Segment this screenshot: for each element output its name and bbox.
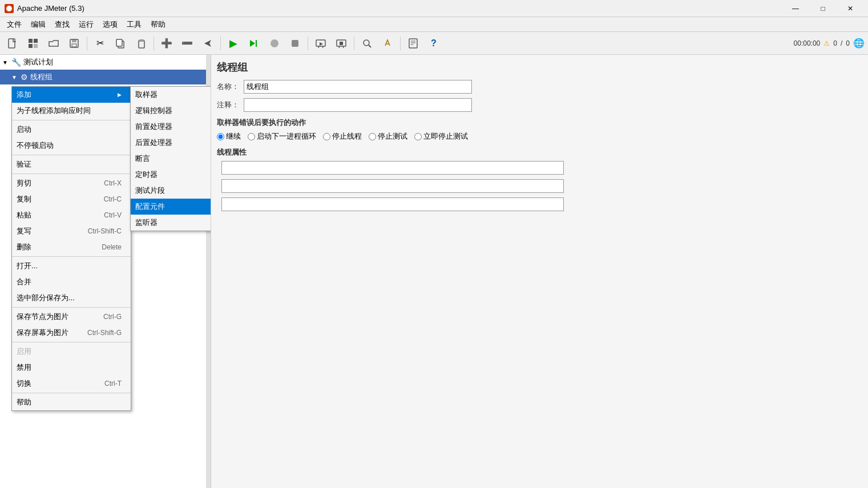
toolbar-right: 00:00:00 ⚠ 0 / 0 🌐 (794, 38, 865, 49)
submenu-add-fragment[interactable]: 测试片段 (131, 183, 211, 199)
context-menu[interactable]: 添加 为子线程添加响应时间 启动 不停顿启动 验证 剪切 Ctrl-X 复制 (11, 86, 131, 411)
toolbar-new[interactable] (3, 34, 22, 53)
toolbar-cut[interactable]: ✂ (91, 34, 109, 53)
title-bar-controls[interactable]: — □ ✕ (782, 0, 863, 17)
ctx-copy-label: 复制 (17, 194, 31, 204)
thread-prop-row2 (217, 179, 862, 193)
left-panel: ▼ 🔧 测试计划 ▼ ⚙ 线程组 添加 为子线程添加响应时间 启动 不停顿启动 (0, 55, 211, 488)
ctx-start-label: 启动 (17, 124, 31, 135)
submenu-add-pre[interactable]: 前置处理器 (131, 119, 211, 135)
menu-help[interactable]: 帮助 (146, 18, 170, 31)
submenu-add-config[interactable]: 配置元件 (131, 199, 211, 215)
tree-thread-group[interactable]: ▼ ⚙ 线程组 (0, 70, 211, 84)
ctx-merge[interactable]: 合并 (12, 274, 131, 290)
svg-line-18 (318, 46, 319, 48)
radio-continue-label: 继续 (226, 131, 241, 142)
submenu-add-assert[interactable]: 断言 (131, 151, 211, 167)
ctx-cut[interactable]: 剪切 Ctrl-X (12, 175, 131, 191)
toolbar-shutdown[interactable] (286, 34, 304, 53)
ctx-add-label: 添加 (17, 90, 31, 100)
radio-stop-thread[interactable]: 停止线程 (323, 131, 362, 142)
toolbar-template[interactable] (24, 34, 42, 53)
comment-input[interactable] (244, 98, 472, 112)
ctx-add[interactable]: 添加 (12, 87, 131, 103)
svg-rect-12 (139, 39, 144, 42)
ctx-add-response-time[interactable]: 为子线程添加响应时间 (12, 103, 131, 119)
ctx-save-screen-img[interactable]: 保存屏幕为图片 Ctrl-Shift-G (12, 325, 131, 341)
thread-group-label: 线程组 (30, 72, 53, 82)
toolbar-remote-stop[interactable] (332, 34, 350, 53)
ctx-start[interactable]: 启动 (12, 122, 131, 138)
radio-stop-now-label: 立即停止测试 (423, 131, 468, 142)
ctx-help[interactable]: 帮助 (12, 394, 131, 410)
radio-continue[interactable]: 继续 (217, 131, 241, 142)
network-icon: 🌐 (853, 38, 865, 49)
ctx-validate[interactable]: 验证 (12, 156, 131, 172)
ctx-save-selection[interactable]: 选中部分保存为... (12, 290, 131, 306)
toolbar-open[interactable] (45, 34, 63, 53)
ctx-paste[interactable]: 粘贴 Ctrl-V (12, 207, 131, 223)
tree-test-plan[interactable]: ▼ 🔧 测试计划 (0, 55, 211, 70)
toolbar-stop[interactable] (265, 34, 284, 53)
ctx-start-nopause[interactable]: 不停顿启动 (12, 138, 131, 154)
submenu-add-post[interactable]: 后置处理器 (131, 135, 211, 151)
submenu-add-sampler[interactable]: 取样器 (131, 87, 211, 103)
menu-run[interactable]: 运行 (74, 18, 98, 31)
tree-toggle-testplan[interactable]: ▼ (2, 59, 9, 66)
thread-prop-row1 (217, 161, 862, 175)
title-bar: Apache JMeter (5.3) — □ ✕ (0, 0, 868, 17)
menu-file[interactable]: 文件 (2, 18, 26, 31)
submenu-add-logic[interactable]: 逻辑控制器 (131, 103, 211, 119)
ctx-open[interactable]: 打开... (12, 258, 131, 274)
submenu-add-listener[interactable]: 监听器 (131, 215, 211, 231)
warning-icon: ⚠ (823, 39, 830, 47)
sampler-label: 取样器 (135, 90, 158, 100)
toolbar-toggle[interactable] (199, 34, 217, 53)
ctx-copy[interactable]: 复制 Ctrl-C (12, 191, 131, 207)
toolbar-remote-start[interactable] (312, 34, 330, 53)
name-input[interactable] (244, 80, 472, 94)
toolbar-help[interactable]: ? (425, 34, 443, 53)
minimize-button[interactable]: — (782, 0, 809, 17)
maximize-button[interactable]: □ (810, 0, 836, 17)
ctx-save-node-shortcut: Ctrl-G (103, 313, 122, 321)
ctx-disable-label: 禁用 (17, 362, 31, 373)
radio-stop-now[interactable]: 立即停止测试 (414, 131, 468, 142)
ctx-save-node-img[interactable]: 保存节点为图片 Ctrl-G (12, 309, 131, 325)
ctx-toggle[interactable]: 切换 Ctrl-T (12, 376, 131, 392)
ctx-delete[interactable]: 删除 Delete (12, 239, 131, 255)
menu-tools[interactable]: 工具 (122, 18, 146, 31)
toolbar-copy[interactable] (111, 34, 130, 53)
ctx-duplicate[interactable]: 复写 Ctrl-Shift-C (12, 223, 131, 239)
toolbar-start[interactable]: ▶ (224, 34, 243, 53)
ctx-disable[interactable]: 禁用 (12, 360, 131, 376)
thread-prop-row3 (217, 197, 862, 211)
error-action-group: 继续 启动下一进程循环 停止线程 停止测试 立即停止测试 (217, 131, 862, 142)
menu-options[interactable]: 选项 (98, 18, 122, 31)
tree-toggle-threadgroup[interactable]: ▼ (11, 74, 18, 80)
ctx-delete-label: 删除 (17, 242, 31, 252)
toolbar-save[interactable] (65, 34, 83, 53)
toolbar-collapse[interactable]: ➖ (178, 34, 196, 53)
close-button[interactable]: ✕ (837, 0, 863, 17)
assert-label: 断言 (135, 154, 150, 164)
menu-find[interactable]: 查找 (50, 18, 74, 31)
ctx-save-selection-label: 选中部分保存为... (17, 293, 75, 303)
ctx-copy-shortcut: Ctrl-C (104, 195, 122, 203)
radio-next-loop[interactable]: 启动下一进程循环 (248, 131, 316, 142)
ctx-sep1 (12, 120, 131, 120)
svg-line-26 (369, 45, 371, 47)
radio-stop-test[interactable]: 停止测试 (369, 131, 407, 142)
toolbar-expand[interactable]: ➕ (158, 34, 176, 53)
menu-edit[interactable]: 编辑 (26, 18, 50, 31)
main-layout: ▼ 🔧 测试计划 ▼ ⚙ 线程组 添加 为子线程添加响应时间 启动 不停顿启动 (0, 55, 868, 488)
submenu-add-timer[interactable]: 定时器 (131, 167, 211, 183)
toolbar-report[interactable] (404, 34, 422, 53)
toolbar-paste[interactable] (132, 34, 150, 53)
toolbar-analyze[interactable] (358, 34, 376, 53)
thread-props-title: 线程属性 (217, 147, 862, 158)
toolbar-clear[interactable] (378, 34, 397, 53)
toolbar-start-no-pause[interactable] (245, 34, 263, 53)
svg-rect-4 (29, 44, 33, 48)
submenu-add[interactable]: 取样器 逻辑控制器 前置处理器 后置处理器 断言 定时器 测试片段 配置元件 (130, 86, 211, 231)
